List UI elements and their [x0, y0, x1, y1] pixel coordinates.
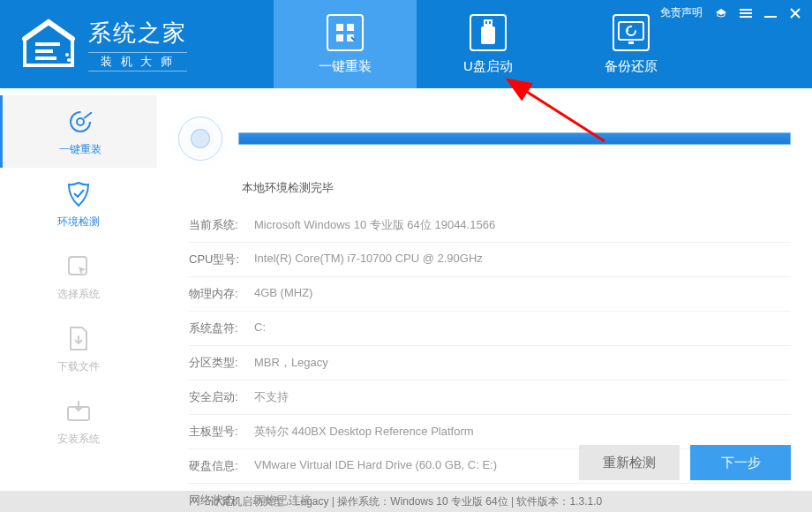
sidebar-label: 环境检测 [57, 215, 100, 230]
svg-rect-20 [764, 16, 777, 18]
detect-complete-text: 本地环境检测完毕 [242, 180, 791, 196]
info-value: Intel(R) Core(TM) i7-10700 CPU @ 2.90GHz [254, 252, 483, 267]
sidebar-item-download[interactable]: 下载文件 [0, 312, 157, 385]
sidebar: 一键重装 环境检测 选择系统 下载文件 安装系统 [0, 88, 157, 491]
svg-rect-23 [69, 257, 86, 275]
restore-icon [613, 14, 650, 51]
svg-rect-12 [485, 21, 487, 24]
disclaimer-link[interactable]: 免责声明 [660, 5, 703, 20]
svg-rect-6 [336, 24, 343, 31]
header: 系统之家 装 机 大 师 一键重装 U盘启动 备份还原 免责声明 [0, 0, 812, 88]
info-value: Microsoft Windows 10 专业版 64位 19044.1566 [254, 217, 495, 233]
logo-area: 系统之家 装 机 大 师 [0, 0, 274, 88]
target-icon [65, 107, 95, 137]
hat-icon[interactable] [715, 7, 727, 19]
radar-icon [166, 104, 235, 173]
svg-rect-16 [628, 41, 634, 44]
sidebar-label: 选择系统 [57, 287, 100, 302]
sidebar-item-choose[interactable]: 选择系统 [0, 240, 157, 312]
info-value: 不支持 [254, 389, 289, 405]
info-value: 网络已连接 [254, 493, 312, 508]
sidebar-item-install[interactable]: 安装系统 [0, 385, 157, 457]
info-label: 硬盘信息: [189, 458, 254, 474]
info-value: VMware Virtual IDE Hard Drive (60.0 GB, … [254, 458, 497, 474]
svg-point-22 [77, 118, 84, 125]
info-row: 安全启动:不支持 [189, 380, 791, 415]
svg-rect-14 [619, 22, 643, 40]
info-label: 网络状态: [189, 493, 254, 508]
svg-rect-11 [481, 26, 495, 44]
app-logo-icon [18, 18, 79, 71]
info-value: MBR，Legacy [254, 355, 328, 371]
tab-usb-boot[interactable]: U盘启动 [417, 0, 560, 88]
info-row: CPU型号:Intel(R) Core(TM) i7-10700 CPU @ 2… [189, 243, 791, 277]
tab-label: 一键重装 [319, 58, 372, 75]
info-label: 物理内存: [189, 286, 254, 302]
info-value: 英特尔 440BX Desktop Reference Platform [254, 424, 474, 440]
info-label: 分区类型: [189, 355, 254, 371]
svg-rect-1 [35, 49, 53, 53]
info-label: 当前系统: [189, 217, 254, 233]
main-panel: 本地环境检测完毕 当前系统:Microsoft Windows 10 专业版 6… [157, 88, 812, 491]
svg-rect-2 [35, 56, 56, 60]
svg-rect-8 [336, 34, 343, 41]
next-button[interactable]: 下一步 [690, 445, 791, 480]
titlebar-controls: 免责声明 [660, 5, 801, 20]
info-row: 系统盘符:C: [189, 312, 791, 346]
svg-point-4 [67, 58, 71, 62]
info-label: 系统盘符: [189, 320, 254, 336]
redetect-button[interactable]: 重新检测 [579, 445, 680, 480]
info-row: 网络状态:网络已连接 [189, 484, 791, 512]
body: 一键重装 环境检测 选择系统 下载文件 安装系统 本地环境检测完毕 当前系统:M… [0, 88, 812, 491]
svg-rect-7 [347, 24, 354, 31]
square-cursor-icon [64, 252, 94, 282]
svg-rect-13 [489, 21, 491, 24]
info-label: 安全启动: [189, 389, 254, 405]
info-row: 物理内存:4GB (MHZ) [189, 277, 791, 312]
svg-rect-0 [35, 42, 60, 46]
app-title: 系统之家 [88, 18, 187, 49]
download-file-icon [64, 324, 94, 354]
progress-bar [238, 132, 791, 145]
info-value: 4GB (MHZ) [254, 286, 312, 302]
info-value: C: [254, 320, 266, 336]
svg-rect-18 [740, 12, 752, 14]
info-label: 主板型号: [189, 424, 254, 440]
usb-icon [470, 14, 507, 51]
menu-icon[interactable] [740, 7, 752, 19]
info-row: 当前系统:Microsoft Windows 10 专业版 64位 19044.… [189, 208, 791, 243]
sidebar-label: 安装系统 [57, 432, 100, 447]
sidebar-label: 一键重装 [59, 142, 102, 157]
shield-icon [64, 179, 94, 209]
minimize-icon[interactable] [764, 7, 777, 19]
app-subtitle: 装 机 大 师 [88, 52, 187, 72]
tab-label: U盘启动 [463, 58, 513, 75]
svg-point-3 [65, 53, 69, 56]
tab-label: 备份还原 [605, 58, 658, 75]
info-row: 分区类型:MBR，Legacy [189, 346, 791, 380]
svg-rect-19 [740, 16, 752, 18]
svg-rect-10 [484, 19, 492, 26]
svg-rect-17 [740, 9, 752, 11]
install-box-icon [64, 396, 94, 426]
top-tabs: 一键重装 U盘启动 备份还原 [274, 0, 703, 88]
sidebar-item-reinstall[interactable]: 一键重装 [0, 95, 157, 168]
sidebar-label: 下载文件 [57, 359, 100, 374]
close-icon[interactable] [789, 7, 801, 19]
sidebar-item-detect[interactable]: 环境检测 [0, 168, 157, 240]
tab-reinstall[interactable]: 一键重装 [274, 0, 417, 88]
reinstall-icon [327, 14, 364, 51]
info-label: CPU型号: [189, 252, 254, 267]
